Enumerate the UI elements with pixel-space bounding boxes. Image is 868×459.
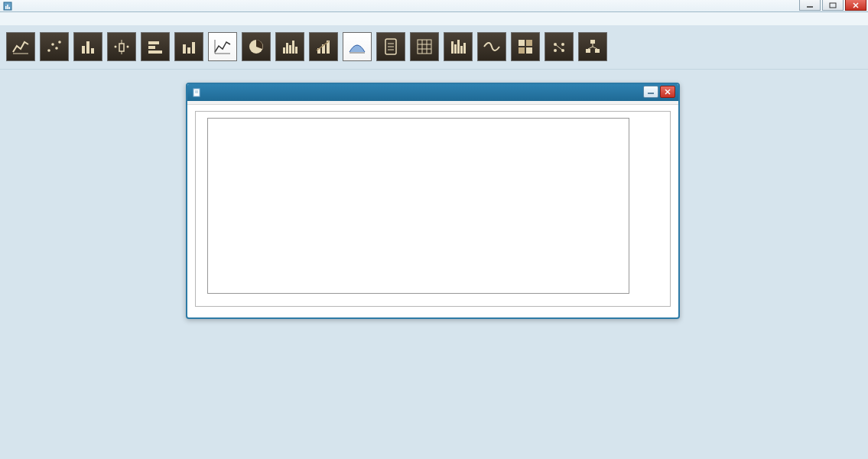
boxplot-icon[interactable] [107,32,136,61]
compare-icon[interactable] [545,32,574,61]
svg-rect-23 [148,50,162,54]
svg-rect-26 [192,42,195,54]
bar-chart-icon[interactable] [174,32,203,61]
grid-icon[interactable] [410,32,439,61]
svg-point-19 [115,46,117,48]
child-close-button[interactable] [660,86,675,98]
svg-point-58 [561,43,564,46]
child-window [186,83,680,319]
curve-icon[interactable] [477,32,506,61]
svg-line-66 [588,47,593,49]
histogram-bars-icon[interactable] [275,32,304,61]
bar-chart-horizontal-icon[interactable] [141,32,170,61]
svg-point-10 [51,43,54,46]
line-chart-icon[interactable] [6,32,35,61]
svg-rect-32 [289,45,291,54]
tab-row [187,105,678,108]
svg-point-20 [127,46,129,48]
toolbar [0,26,868,70]
svg-line-6 [853,3,858,8]
trend-icon[interactable] [309,32,338,61]
svg-rect-15 [91,48,94,54]
svg-rect-49 [454,44,457,54]
svg-rect-31 [286,43,288,54]
svg-rect-63 [586,49,590,53]
svg-rect-53 [519,40,525,46]
svg-rect-3 [8,7,10,9]
svg-rect-43 [418,40,431,54]
window-controls [799,0,866,11]
document-icon [192,88,201,97]
svg-rect-21 [148,41,159,44]
svg-rect-56 [526,47,532,54]
svg-rect-62 [590,40,595,44]
main-titlebar [0,0,868,12]
svg-rect-14 [86,41,89,54]
svg-rect-52 [463,43,466,54]
svg-rect-51 [460,46,463,54]
svg-rect-48 [451,41,454,54]
svg-rect-22 [148,46,155,49]
svg-rect-16 [119,44,124,51]
svg-rect-5 [830,3,836,8]
svg-rect-33 [292,41,294,54]
svg-rect-2 [7,5,8,9]
chart-plot [207,118,629,294]
svg-line-7 [853,3,858,8]
normal-dist-icon[interactable] [343,32,372,61]
svg-rect-1 [5,6,7,9]
line-plot-icon[interactable] [208,32,237,61]
svg-rect-34 [295,47,297,54]
app-icon [3,2,12,11]
svg-rect-54 [526,40,532,46]
pie-chart-icon[interactable] [242,32,271,61]
svg-rect-13 [82,46,85,54]
child-titlebar [187,84,678,101]
svg-rect-25 [187,47,190,54]
child-minimize-button[interactable] [643,86,658,98]
svg-rect-50 [457,40,460,54]
svg-rect-30 [283,47,285,54]
child-window-controls [643,86,675,98]
svg-point-59 [554,49,557,52]
minimize-button[interactable] [799,0,821,11]
tree-icon[interactable] [578,32,607,61]
report-icon[interactable] [376,32,405,61]
svg-point-9 [47,49,50,52]
stacked-icon[interactable] [511,32,540,61]
svg-point-12 [58,41,61,44]
svg-rect-64 [595,49,600,53]
bars-dense-icon[interactable] [444,32,473,61]
svg-line-67 [593,47,597,49]
svg-rect-55 [519,47,525,54]
maximize-button[interactable] [822,0,844,11]
column-chart-icon[interactable] [73,32,102,61]
scatter-chart-icon[interactable] [40,32,69,61]
menubar [0,12,868,26]
svg-point-11 [55,47,58,50]
close-button[interactable] [845,0,866,11]
chart-area [195,111,671,307]
chart-ylabel [202,118,205,298]
svg-rect-24 [183,44,186,54]
